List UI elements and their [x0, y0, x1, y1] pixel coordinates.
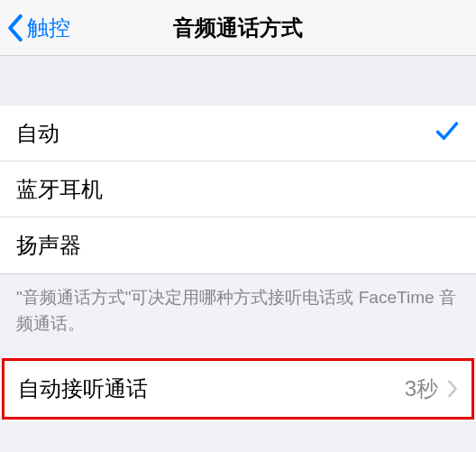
- footer-note: "音频通话方式"可决定用哪种方式接听电话或 FaceTime 音频通话。: [0, 274, 476, 358]
- nav-bar: 触控 音频通话方式: [0, 0, 476, 56]
- chevron-left-icon: [7, 14, 23, 42]
- routing-options: 自动 蓝牙耳机 扬声器: [0, 106, 476, 274]
- back-button[interactable]: 触控: [0, 14, 70, 42]
- auto-answer-right: 3秒: [405, 374, 458, 403]
- option-speaker-label: 扬声器: [16, 231, 81, 260]
- auto-answer-label: 自动接听通话: [18, 374, 148, 403]
- option-bluetooth[interactable]: 蓝牙耳机: [0, 161, 476, 217]
- checkmark-icon: [435, 118, 460, 149]
- highlight-box: 自动接听通话 3秒: [2, 358, 474, 420]
- option-speaker[interactable]: 扬声器: [0, 217, 476, 273]
- chevron-right-icon: [447, 380, 458, 398]
- page-title: 音频通话方式: [0, 14, 476, 42]
- option-auto[interactable]: 自动: [0, 106, 476, 161]
- auto-answer-value: 3秒: [405, 374, 438, 403]
- option-bluetooth-label: 蓝牙耳机: [16, 175, 103, 204]
- spacer: [0, 56, 476, 106]
- auto-answer-row[interactable]: 自动接听通话 3秒: [5, 361, 471, 417]
- back-label: 触控: [27, 14, 70, 42]
- option-auto-label: 自动: [16, 119, 60, 148]
